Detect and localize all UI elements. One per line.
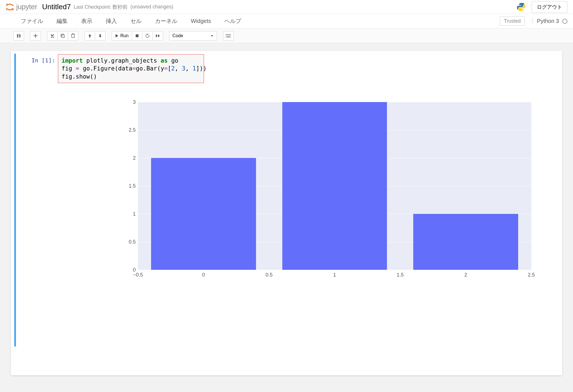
- menubar: ファイル 編集 表示 挿入 セル カーネル Widgets ヘルプ Truste…: [0, 14, 573, 29]
- bar[interactable]: [413, 214, 518, 270]
- y-tick-label: 2: [133, 155, 136, 161]
- restart-run-all-button[interactable]: [152, 31, 163, 41]
- play-icon: [115, 34, 119, 38]
- svg-rect-14: [229, 35, 229, 35]
- arrow-down-icon: [98, 34, 102, 38]
- x-tick-label: 0.5: [266, 272, 273, 278]
- keyboard-icon: [226, 34, 231, 37]
- x-tick-label: −0.5: [133, 272, 143, 278]
- move-down-button[interactable]: [95, 31, 105, 41]
- menu-file[interactable]: ファイル: [14, 15, 50, 28]
- svg-rect-11: [226, 35, 227, 35]
- x-tick-label: 1: [333, 272, 336, 278]
- y-tick-label: 1.5: [129, 183, 136, 189]
- menu-help[interactable]: ヘルプ: [218, 15, 248, 28]
- python-icon: [516, 2, 526, 12]
- logout-button[interactable]: ログアウト: [532, 1, 567, 13]
- menu-edit[interactable]: 編集: [50, 15, 74, 28]
- save-button[interactable]: [13, 31, 24, 41]
- menu-view[interactable]: 表示: [74, 15, 99, 28]
- svg-rect-9: [136, 34, 138, 37]
- y-tick-label: 1: [133, 211, 136, 217]
- plus-icon: [34, 34, 37, 38]
- jupyter-icon: [5, 2, 15, 12]
- copy-icon: [60, 34, 65, 38]
- svg-rect-12: [227, 35, 228, 35]
- y-tick-label: 3: [133, 99, 136, 105]
- move-group: [84, 31, 105, 41]
- stop-icon: [135, 34, 139, 37]
- svg-point-0: [6, 3, 8, 4]
- svg-rect-13: [228, 35, 229, 35]
- notebook-container: In [1]: import plotly.graph_objects as g…: [0, 43, 573, 392]
- menu-widgets[interactable]: Widgets: [184, 15, 218, 27]
- svg-point-3: [520, 4, 520, 4]
- svg-rect-6: [62, 35, 64, 37]
- x-tick-label: 0: [202, 272, 205, 278]
- save-icon: [17, 34, 21, 38]
- menu-insert[interactable]: 挿入: [99, 15, 124, 28]
- arrow-up-icon: [88, 34, 92, 38]
- code-input[interactable]: import plotly.graph_objects as go fig = …: [58, 54, 204, 83]
- x-tick-label: 1.5: [397, 272, 404, 278]
- paste-button[interactable]: [68, 31, 78, 41]
- command-palette-button[interactable]: [223, 31, 234, 41]
- cell-type-select[interactable]: Code: [169, 31, 217, 41]
- notebook-title[interactable]: Untitled7: [42, 3, 71, 11]
- kernel-indicator[interactable]: Python 3: [532, 18, 567, 24]
- clipboard-icon: [71, 34, 75, 38]
- unsaved-label: (unsaved changes): [130, 4, 173, 10]
- edit-group: [47, 31, 78, 41]
- move-up-button[interactable]: [84, 31, 95, 41]
- copy-button[interactable]: [57, 31, 68, 41]
- y-tick-label: 2.5: [129, 127, 136, 133]
- restart-icon: [145, 34, 150, 38]
- run-button[interactable]: Run: [112, 31, 132, 41]
- code-cell[interactable]: In [1]: import plotly.graph_objects as g…: [14, 54, 559, 346]
- logo[interactable]: jupyter: [5, 2, 37, 12]
- menu-kernel[interactable]: カーネル: [148, 15, 184, 28]
- svg-rect-8: [72, 34, 74, 34]
- fast-forward-icon: [156, 34, 160, 38]
- add-cell-button[interactable]: [30, 31, 41, 41]
- header-bar: jupyter Untitled7 Last Checkpoint: 数秒前 (…: [0, 0, 573, 14]
- kernel-label: Python 3: [537, 18, 559, 24]
- x-tick-label: 2.5: [528, 272, 535, 278]
- svg-rect-16: [227, 36, 230, 37]
- scissors-icon: [50, 34, 55, 38]
- gridline: [138, 270, 531, 270]
- notebook-paper: In [1]: import plotly.graph_objects as g…: [11, 51, 562, 375]
- restart-button[interactable]: [142, 31, 153, 41]
- run-label: Run: [120, 33, 128, 38]
- toolbar: Run Code: [0, 29, 573, 43]
- bar[interactable]: [282, 102, 387, 270]
- svg-rect-7: [72, 34, 74, 37]
- checkpoint-label: Last Checkpoint: 数秒前: [74, 4, 128, 10]
- cell-prompt: In [1]:: [16, 54, 58, 346]
- menu-cell[interactable]: セル: [124, 15, 148, 28]
- svg-rect-10: [226, 34, 231, 37]
- svg-rect-15: [230, 35, 230, 35]
- run-group: Run: [112, 31, 163, 41]
- trusted-badge[interactable]: Trusted: [500, 16, 525, 26]
- cell-body: import plotly.graph_objects as go fig = …: [58, 54, 559, 346]
- bar[interactable]: [151, 158, 256, 270]
- svg-point-1: [12, 9, 14, 10]
- cut-button[interactable]: [47, 31, 58, 41]
- plotly-output[interactable]: 00.511.522.53−0.500.511.522.5: [103, 94, 550, 346]
- svg-point-2: [6, 10, 7, 10]
- x-tick-label: 2: [464, 272, 467, 278]
- y-tick-label: 0.5: [129, 239, 136, 245]
- interrupt-button[interactable]: [132, 31, 142, 41]
- svg-point-4: [522, 9, 523, 10]
- kernel-idle-icon: [562, 19, 567, 24]
- logo-text: jupyter: [16, 3, 37, 11]
